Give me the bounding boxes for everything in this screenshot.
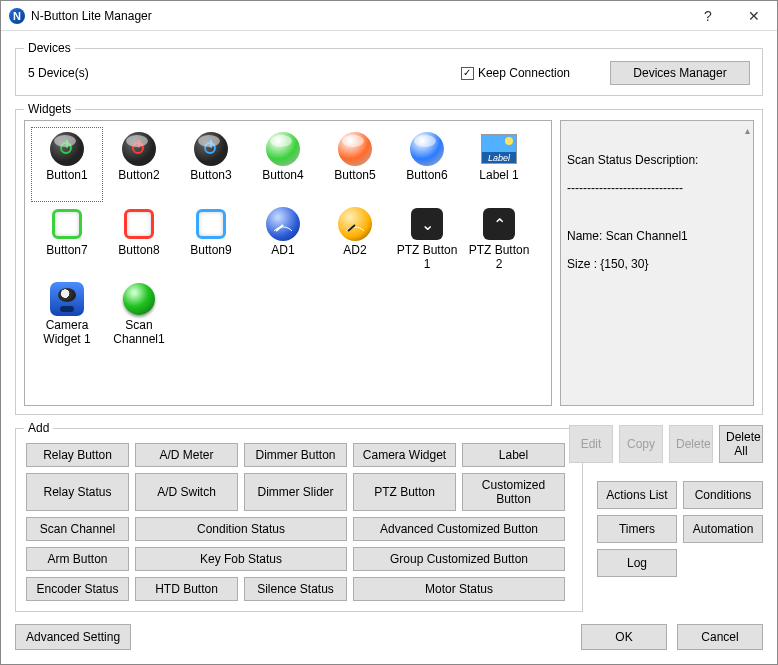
power-button-icon [121, 131, 157, 167]
widget-label: AD2 [343, 244, 366, 258]
devices-legend: Devices [24, 41, 75, 55]
widget-item[interactable]: Button2 [103, 127, 175, 202]
widget-item[interactable]: AD1 [247, 202, 319, 277]
add-condition-status-button[interactable]: Condition Status [135, 517, 347, 541]
advanced-setting-button[interactable]: Advanced Setting [15, 624, 131, 650]
desc-name: Name: Scan Channel1 [567, 229, 747, 243]
widget-item[interactable]: Button9 [175, 202, 247, 277]
widgets-group: Widgets Button1Button2Button3Button4Butt… [15, 102, 763, 415]
widget-item[interactable]: Camera Widget 1 [31, 277, 103, 352]
widget-item[interactable]: Scan Channel1 [103, 277, 175, 352]
help-button[interactable]: ? [685, 1, 731, 31]
widget-item[interactable]: Button5 [319, 127, 391, 202]
widget-description-panel: ▴ Scan Status Description: -------------… [560, 120, 754, 406]
widget-item[interactable]: LabelLabel 1 [463, 127, 535, 202]
device-count: 5 Device(s) [28, 66, 89, 80]
delete-button[interactable]: Delete [669, 425, 713, 463]
copy-button[interactable]: Copy [619, 425, 663, 463]
close-button[interactable]: ✕ [731, 1, 777, 31]
widget-label: PTZ Button 2 [466, 244, 532, 272]
log-button[interactable]: Log [597, 549, 677, 577]
scroll-up-icon[interactable]: ▴ [745, 125, 750, 136]
cancel-button[interactable]: Cancel [677, 624, 763, 650]
widget-list[interactable]: Button1Button2Button3Button4Button5Butto… [24, 120, 552, 406]
widget-item[interactable]: Button6 [391, 127, 463, 202]
add-relay-status-button[interactable]: Relay Status [26, 473, 129, 511]
add-scan-channel-button[interactable]: Scan Channel [26, 517, 129, 541]
widget-label: Button9 [190, 244, 231, 258]
add-label-button[interactable]: Label [462, 443, 565, 467]
widget-label: Button8 [118, 244, 159, 258]
edit-button[interactable]: Edit [569, 425, 613, 463]
actions-list-button[interactable]: Actions List [597, 481, 677, 509]
widget-label: PTZ Button 1 [394, 244, 460, 272]
square-button-icon [49, 206, 85, 242]
camera-icon [49, 281, 85, 317]
dome-button-icon [265, 131, 301, 167]
ptz-arrow-icon: ⌄ [409, 206, 445, 242]
widget-item[interactable]: Button8 [103, 202, 175, 277]
widget-label: Button6 [406, 169, 447, 183]
widget-label: Button4 [262, 169, 303, 183]
widget-item[interactable]: Button4 [247, 127, 319, 202]
add-ptz-button-button[interactable]: PTZ Button [353, 473, 456, 511]
add-group-customized-button-button[interactable]: Group Customized Button [353, 547, 565, 571]
widget-label: Button2 [118, 169, 159, 183]
ptz-arrow-icon: ⌃ [481, 206, 517, 242]
add-motor-status-button[interactable]: Motor Status [353, 577, 565, 601]
add-a-d-meter-button[interactable]: A/D Meter [135, 443, 238, 467]
gauge-icon [265, 206, 301, 242]
square-button-icon [121, 206, 157, 242]
widget-item[interactable]: Button1 [31, 127, 103, 202]
status-ball-icon [121, 281, 157, 317]
add-relay-button-button[interactable]: Relay Button [26, 443, 129, 467]
widget-label: Scan Channel1 [106, 319, 172, 347]
dome-button-icon [409, 131, 445, 167]
add-legend: Add [24, 421, 53, 435]
add-a-d-switch-button[interactable]: A/D Switch [135, 473, 238, 511]
delete-all-button[interactable]: Delete All [719, 425, 763, 463]
devices-manager-button[interactable]: Devices Manager [610, 61, 750, 85]
power-button-icon [193, 131, 229, 167]
widget-label: Label 1 [479, 169, 518, 183]
add-customized-button-button[interactable]: Customized Button [462, 473, 565, 511]
widget-item[interactable]: AD2 [319, 202, 391, 277]
add-advanced-customized-button-button[interactable]: Advanced Customized Button [353, 517, 565, 541]
widget-item[interactable]: Button3 [175, 127, 247, 202]
power-button-icon [49, 131, 85, 167]
desc-separator: ----------------------------- [567, 181, 747, 195]
square-button-icon [193, 206, 229, 242]
add-camera-widget-button[interactable]: Camera Widget [353, 443, 456, 467]
widgets-legend: Widgets [24, 102, 75, 116]
window-title: N-Button Lite Manager [31, 9, 685, 23]
conditions-button[interactable]: Conditions [683, 481, 763, 509]
titlebar: N N-Button Lite Manager ? ✕ [1, 1, 777, 31]
add-arm-button-button[interactable]: Arm Button [26, 547, 129, 571]
automation-button[interactable]: Automation [683, 515, 763, 543]
add-key-fob-status-button[interactable]: Key Fob Status [135, 547, 347, 571]
widget-item[interactable]: ⌃PTZ Button 2 [463, 202, 535, 277]
dome-button-icon [337, 131, 373, 167]
widget-label: Button1 [46, 169, 87, 183]
ok-button[interactable]: OK [581, 624, 667, 650]
desc-size: Size : {150, 30} [567, 257, 747, 271]
widget-item[interactable]: ⌄PTZ Button 1 [391, 202, 463, 277]
add-dimmer-button-button[interactable]: Dimmer Button [244, 443, 347, 467]
widget-label: Button7 [46, 244, 87, 258]
timers-button[interactable]: Timers [597, 515, 677, 543]
keep-connection-checkbox[interactable]: ✓ Keep Connection [461, 66, 570, 80]
add-dimmer-slider-button[interactable]: Dimmer Slider [244, 473, 347, 511]
label-icon: Label [481, 131, 517, 167]
check-icon: ✓ [461, 67, 474, 80]
add-group: Add Relay ButtonA/D MeterDimmer ButtonCa… [15, 421, 583, 612]
widget-label: Button3 [190, 169, 231, 183]
add-silence-status-button[interactable]: Silence Status [244, 577, 347, 601]
gauge-icon [337, 206, 373, 242]
desc-header: Scan Status Description: [567, 153, 747, 167]
add-encoder-status-button[interactable]: Encoder Status [26, 577, 129, 601]
devices-group: Devices 5 Device(s) ✓ Keep Connection De… [15, 41, 763, 96]
widget-item[interactable]: Button7 [31, 202, 103, 277]
widget-label: Button5 [334, 169, 375, 183]
widget-label: Camera Widget 1 [34, 319, 100, 347]
add-htd-button-button[interactable]: HTD Button [135, 577, 238, 601]
